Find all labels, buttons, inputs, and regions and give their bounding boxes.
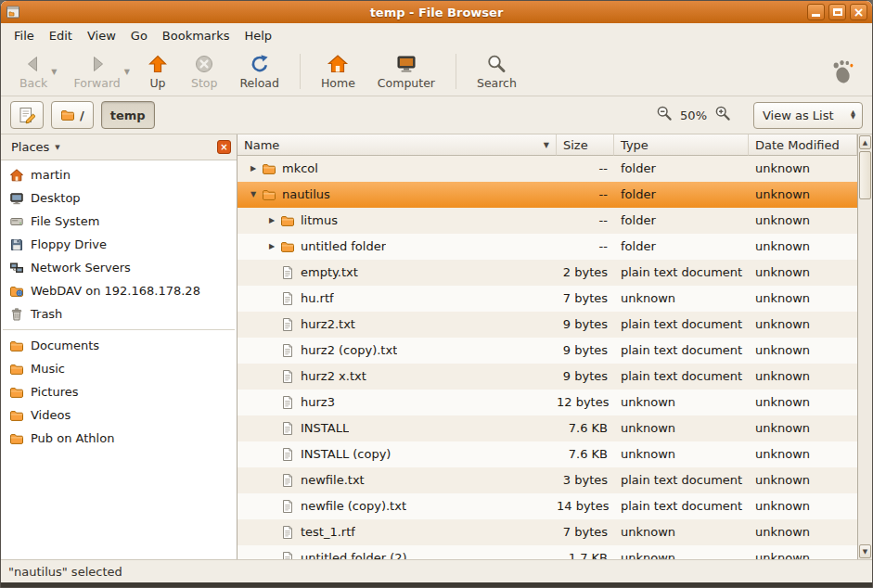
sidebar-close-button[interactable]: × (217, 140, 231, 154)
file-row-nautilus[interactable]: ▼nautilus--folderunknown (238, 182, 857, 208)
file-type-cell: plain text document (614, 364, 749, 390)
window-bottom-edge (1, 582, 872, 587)
sidebar-item-trash[interactable]: Trash (1, 302, 237, 326)
file-size-cell: 12 bytes (557, 390, 614, 415)
computer-button[interactable]: Computer (370, 50, 443, 93)
maximize-icon (833, 8, 842, 16)
file-type-cell: plain text document (614, 493, 749, 519)
scrollbar-thumb[interactable] (859, 151, 871, 199)
sidebar-item-floppy-drive[interactable]: Floppy Drive (1, 233, 237, 256)
file-row-test-1-rtf[interactable]: test_1.rtf7 bytesunknownunknown (238, 519, 857, 545)
file-row-install-copy[interactable]: INSTALL (copy)7.6 KBunknownunknown (238, 441, 857, 467)
window-icon (6, 5, 20, 19)
sidebar-item-network-servers[interactable]: Network Servers (1, 256, 237, 279)
expand-arrow-icon[interactable]: ▶ (263, 234, 280, 260)
column-header-date-modified[interactable]: Date Modified (749, 134, 857, 156)
up-button[interactable]: Up (139, 50, 176, 93)
menu-go[interactable]: Go (123, 25, 155, 46)
sidebar-item-label: Pub on Athlon (31, 431, 114, 445)
file-size-cell: 9 bytes (557, 338, 614, 364)
file-row-hurz2-txt[interactable]: hurz2.txt9 bytesplain text documentunkno… (238, 312, 857, 338)
zoom-out-button[interactable] (656, 105, 673, 125)
text-file-icon (280, 265, 295, 280)
vertical-scrollbar[interactable]: ▲ ▼ (857, 134, 872, 559)
file-row-hurz3[interactable]: hurz312 bytesunknownunknown (238, 390, 857, 415)
places-selector[interactable]: Places ▼ (6, 137, 65, 157)
column-header-label: Type (621, 138, 648, 152)
maximize-button[interactable] (828, 4, 846, 20)
sidebar-item-martin[interactable]: martin (1, 163, 237, 186)
scroll-down-button[interactable]: ▼ (859, 544, 871, 558)
menu-view[interactable]: View (80, 25, 123, 46)
minimize-button[interactable] (807, 4, 825, 20)
file-date-cell: unknown (749, 338, 857, 364)
file-row-litmus[interactable]: ▶litmus--folderunknown (238, 208, 857, 234)
zoom-in-button[interactable] (714, 105, 731, 125)
scrollbar-trough[interactable] (859, 150, 871, 543)
collapse-arrow-icon[interactable]: ▼ (245, 182, 262, 208)
reload-button[interactable]: Reload (232, 50, 287, 93)
titlebar[interactable]: temp - File Browser × (1, 1, 872, 23)
folder-icon (262, 161, 276, 176)
view-as-label: View as List (763, 109, 834, 122)
sidebar-item-desktop[interactable]: Desktop (1, 186, 237, 210)
sidebar-item-label: Trash (31, 307, 62, 321)
sidebar-item-webdav-on-192-168-178-28[interactable]: WebDAV on 192.168.178.28 (1, 279, 237, 302)
file-size-cell: 7.6 KB (557, 441, 614, 467)
file-date-cell: unknown (749, 467, 857, 493)
back-history-dropdown[interactable]: ▼ (51, 68, 57, 76)
column-header-name[interactable]: Name▼ (238, 134, 557, 156)
file-row-newfile-copy-txt[interactable]: newfile (copy).txt14 bytesplain text doc… (238, 493, 857, 519)
file-row-install[interactable]: INSTALL7.6 KBunknownunknown (238, 415, 857, 441)
sidebar-item-videos[interactable]: Videos (1, 403, 237, 427)
file-name-cell: hu.rtf (238, 286, 557, 312)
sidebar-item-documents[interactable]: Documents (1, 334, 237, 357)
toolbar-button-label: Forward (74, 76, 121, 90)
column-header-label: Name (244, 138, 279, 152)
main-content: Places ▼ × martinDesktopFile SystemFlopp… (1, 134, 872, 559)
menu-help[interactable]: Help (237, 25, 279, 46)
file-name-cell: ▶untitled folder (238, 234, 557, 260)
text-file-icon (280, 551, 295, 559)
file-row-newfile-txt[interactable]: newfile.txt3 bytesplain text documentunk… (238, 467, 857, 493)
menu-edit[interactable]: Edit (42, 25, 80, 46)
sidebar-item-file-system[interactable]: File System (1, 210, 237, 233)
stop-button[interactable]: Stop (184, 50, 225, 93)
file-row-hurz2-x-txt[interactable]: hurz2 x.txt9 bytesplain text documentunk… (238, 364, 857, 390)
menubar: FileEditViewGoBookmarksHelp (1, 23, 872, 47)
arrow-left-icon (22, 53, 45, 75)
menu-file[interactable]: File (6, 25, 42, 46)
desktop-icon (9, 191, 24, 206)
search-button[interactable]: Search (469, 50, 524, 93)
sidebar-item-label: Videos (31, 408, 71, 422)
toolbar-button-label: Up (149, 76, 165, 90)
file-row-untitled-folder-2[interactable]: untitled folder (2)1.7 KBunknownunknown (238, 545, 857, 559)
sidebar-item-music[interactable]: Music (1, 357, 237, 380)
view-as-combo[interactable]: View as List ▲▼ (753, 102, 863, 129)
close-button[interactable]: × (850, 4, 867, 20)
home-button[interactable]: Home (314, 50, 363, 93)
menu-bookmarks[interactable]: Bookmarks (155, 25, 238, 46)
file-row-hu-rtf[interactable]: hu.rtf7 bytesunknownunknown (238, 286, 857, 312)
forward-history-dropdown[interactable]: ▼ (124, 68, 130, 76)
zoom-in-icon (714, 105, 731, 121)
scroll-up-button[interactable]: ▲ (859, 135, 871, 149)
sidebar-item-pub-on-athlon[interactable]: Pub on Athlon (1, 427, 237, 450)
expand-arrow-icon[interactable]: ▶ (263, 208, 280, 234)
forward-button[interactable]: Forward (67, 50, 128, 93)
file-row-untitled-folder[interactable]: ▶untitled folder--folderunknown (238, 234, 857, 260)
back-button[interactable]: Back (12, 50, 55, 93)
file-row-empty-txt[interactable]: empty.txt2 bytesplain text documentunkno… (238, 260, 857, 286)
edit-location-button[interactable] (10, 101, 44, 129)
path-button-[interactable]: / (51, 101, 94, 129)
file-name-cell: test_1.rtf (238, 519, 557, 545)
file-size-cell: 7 bytes (557, 519, 614, 545)
file-row-mkcol[interactable]: ▶mkcol--folderunknown (238, 156, 857, 182)
column-header-size[interactable]: Size (557, 134, 614, 156)
expand-arrow-icon[interactable]: ▶ (245, 156, 262, 182)
file-row-hurz2-copy-txt[interactable]: hurz2 (copy).txt9 bytesplain text docume… (238, 338, 857, 364)
column-header-type[interactable]: Type (614, 134, 749, 156)
file-name-cell: hurz3 (238, 390, 557, 415)
sidebar-item-pictures[interactable]: Pictures (1, 380, 237, 403)
path-button-temp[interactable]: temp (101, 101, 155, 129)
